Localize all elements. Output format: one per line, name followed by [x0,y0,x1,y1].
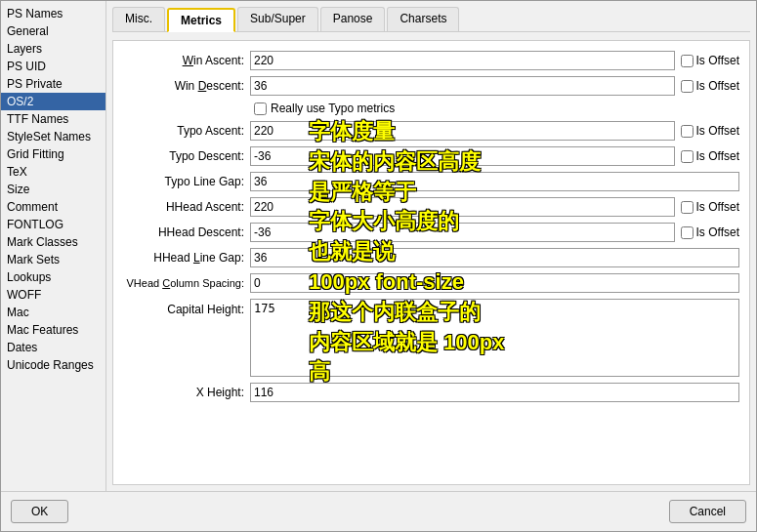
sidebar-item-mac[interactable]: Mac [1,304,105,321]
x-height-input[interactable] [250,383,739,402]
win-ascent-input[interactable] [250,51,675,70]
hhead-ascent-is-offset-group: Is Offset [681,200,739,214]
sidebar-item-ps-names[interactable]: PS Names [1,5,105,22]
hhead-descent-label: HHead Descent: [123,225,250,239]
win-descent-row: Win Descent: Is Offset [123,76,739,96]
really-use-typo-checkbox[interactable] [254,102,267,115]
sidebar-item-mark-sets[interactable]: Mark Sets [1,251,105,268]
typo-descent-is-offset-checkbox[interactable] [681,150,694,163]
typo-descent-input[interactable] [250,146,675,166]
vhead-column-spacing-row: VHead Column Spacing: [123,273,739,293]
capital-height-row: Capital Height: 175 [123,299,739,377]
hhead-ascent-is-offset-checkbox[interactable] [681,201,694,214]
typo-descent-label: Typo Descent: [123,149,250,163]
sidebar-item-mac-features[interactable]: Mac Features [1,321,105,339]
typo-descent-is-offset-group: Is Offset [681,149,739,163]
cancel-button[interactable]: Cancel [669,500,746,523]
sidebar-item-os/2[interactable]: OS/2 [1,93,105,110]
vhead-column-spacing-label: VHead Column Spacing: [123,277,250,289]
win-ascent-is-offset-label: Is Offset [696,54,739,67]
win-ascent-label: Win Ascent: [123,54,250,67]
x-height-label: X Height: [123,386,250,399]
sidebar-item-ps-private[interactable]: PS Private [1,75,105,93]
capital-height-textarea[interactable]: 175 [250,299,739,377]
win-descent-is-offset-checkbox[interactable] [681,80,694,93]
sidebar-item-tex[interactable]: TeX [1,163,105,181]
x-height-row: X Height: [123,383,739,402]
sidebar-item-grid-fitting[interactable]: Grid Fitting [1,145,105,163]
sidebar-item-lookups[interactable]: Lookups [1,268,105,286]
sidebar-item-dates[interactable]: Dates [1,339,105,356]
win-ascent-row: Win Ascent: Is Offset [123,51,739,70]
sidebar-item-unicode-ranges[interactable]: Unicode Ranges [1,356,105,374]
really-use-typo-label: Really use Typo metrics [271,102,395,115]
typo-line-gap-label: Typo Line Gap: [123,175,250,188]
hhead-ascent-input[interactable] [250,197,675,217]
hhead-descent-is-offset-group: Is Offset [681,225,739,239]
capital-height-label: Capital Height: [123,299,250,316]
form-content: Win Ascent: Is Offset Win Descent: Is Of… [112,40,750,485]
win-ascent-is-offset-group: Is Offset [681,54,739,67]
tab-sub-super[interactable]: Sub/Super [237,7,318,31]
hhead-descent-is-offset-label: Is Offset [696,225,739,239]
sidebar: PS NamesGeneralLayersPS UIDPS PrivateOS/… [1,1,106,491]
hhead-line-gap-input[interactable] [250,248,739,267]
ok-button[interactable]: OK [11,500,68,523]
typo-ascent-row: Typo Ascent: Is Offset [123,121,739,141]
typo-descent-row: Typo Descent: Is Offset [123,146,739,166]
hhead-ascent-label: HHead Ascent: [123,200,250,214]
sidebar-item-ps-uid[interactable]: PS UID [1,58,105,75]
typo-descent-is-offset-label: Is Offset [696,149,739,163]
sidebar-item-woff[interactable]: WOFF [1,286,105,304]
hhead-descent-input[interactable] [250,223,675,242]
hhead-descent-row: HHead Descent: Is Offset [123,223,739,242]
hhead-line-gap-label: HHead Line Gap: [123,251,250,265]
tab-charsets[interactable]: Charsets [387,7,459,31]
typo-line-gap-input[interactable] [250,172,739,191]
typo-ascent-label: Typo Ascent: [123,124,250,138]
sidebar-item-styleset-names[interactable]: StyleSet Names [1,128,105,145]
hhead-line-gap-row: HHead Line Gap: [123,248,739,267]
typo-ascent-is-offset-checkbox[interactable] [681,125,694,138]
hhead-ascent-is-offset-label: Is Offset [696,200,739,214]
win-ascent-is-offset-checkbox[interactable] [681,55,694,67]
sidebar-item-size[interactable]: Size [1,181,105,198]
hhead-ascent-row: HHead Ascent: Is Offset [123,197,739,217]
win-descent-is-offset-group: Is Offset [681,79,739,93]
vhead-column-spacing-input[interactable] [250,273,739,293]
typo-line-gap-row: Typo Line Gap: [123,172,739,191]
hhead-descent-is-offset-checkbox[interactable] [681,226,694,239]
bottom-bar: OK Cancel [1,491,756,531]
tab-misc.[interactable]: Misc. [112,7,165,31]
main-content: PS NamesGeneralLayersPS UIDPS PrivateOS/… [1,1,756,491]
tab-panose[interactable]: Panose [320,7,386,31]
sidebar-item-general[interactable]: General [1,22,105,40]
sidebar-item-comment[interactable]: Comment [1,198,105,216]
sidebar-item-fontlog[interactable]: FONTLOG [1,216,105,233]
right-panel: Misc.MetricsSub/SuperPanoseCharsets Win … [106,1,756,491]
sidebar-item-mark-classes[interactable]: Mark Classes [1,233,105,251]
tabs-bar: Misc.MetricsSub/SuperPanoseCharsets [112,7,750,32]
typo-ascent-input[interactable] [250,121,675,141]
win-descent-label: Win Descent: [123,79,250,93]
typo-ascent-is-offset-group: Is Offset [681,124,739,138]
sidebar-item-layers[interactable]: Layers [1,40,105,58]
sidebar-item-ttf-names[interactable]: TTF Names [1,110,105,128]
main-window: PS NamesGeneralLayersPS UIDPS PrivateOS/… [0,0,757,532]
win-descent-is-offset-label: Is Offset [696,79,739,93]
typo-ascent-is-offset-label: Is Offset [696,124,739,138]
tab-metrics[interactable]: Metrics [167,8,235,32]
really-use-typo-row: Really use Typo metrics [123,102,739,115]
win-descent-input[interactable] [250,76,675,96]
